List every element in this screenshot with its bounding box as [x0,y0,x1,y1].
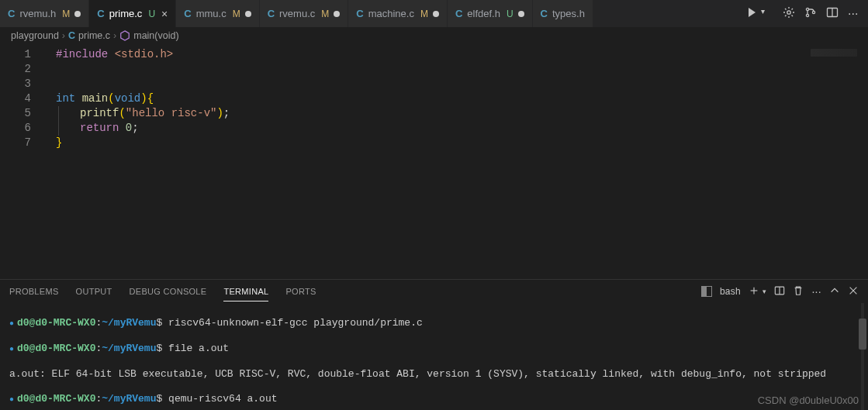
tab-label: types.h [552,8,585,19]
minimap[interactable] [811,49,857,57]
c-file-icon: C [455,8,462,19]
terminal-content[interactable]: ●d0@d0-MRC-WX0:~/myRVemu$ riscv64-unknow… [0,303,868,410]
prompt-marker-icon: ● [9,395,14,404]
terminal-shell-label[interactable]: bash [720,286,741,297]
git-status-badge: M [321,9,329,19]
watermark: CSDN @d0ubleU0x00 [758,394,859,407]
svg-point-0 [787,10,790,13]
tab-debug-console[interactable]: DEBUG CONSOLE [130,282,207,301]
breadcrumb[interactable]: playground › C prime.c › main(void) [0,27,868,44]
tab-machine-c[interactable]: C machine.c M [348,0,448,27]
c-file-icon: C [68,30,75,41]
line-number: 7 [0,136,31,150]
panel-tab-bar: PROBLEMS OUTPUT DEBUG CONSOLE TERMINAL P… [0,280,868,303]
line-number: 5 [0,106,31,121]
c-file-icon: C [184,8,191,19]
tab-label: machine.c [368,8,414,19]
line-number: 6 [0,121,31,136]
editor-tab-bar: C rvemu.h M C prime.c U × C mmu.c M C rv… [0,0,868,27]
git-status-badge: M [420,9,428,19]
c-file-icon: C [356,8,363,19]
tab-label: rvemu.h [19,8,56,19]
tab-output[interactable]: OUTPUT [76,282,112,301]
tab-types-h[interactable]: C types.h [533,0,593,27]
breadcrumb-folder[interactable]: playground [11,30,59,41]
terminal-toolbar: bash ▾ ··· [701,285,859,298]
modified-dot-icon [74,11,81,17]
line-number: 3 [0,77,31,91]
git-status-badge: M [233,9,240,19]
more-actions-icon[interactable]: ··· [811,286,821,297]
bottom-panel: PROBLEMS OUTPUT DEBUG CONSOLE TERMINAL P… [0,279,868,410]
code-editor[interactable]: 1 2 3 4 5 6 7 #include <stdio.h> int mai… [0,44,868,279]
editor-toolbar: ▾ ··· [738,0,868,27]
tab-prime-c[interactable]: C prime.c U × [89,0,176,27]
terminal-output: a.out: ELF 64-bit LSB executable, UCB RI… [9,368,859,381]
terminal-profile-icon[interactable] [701,286,712,297]
more-actions-icon[interactable]: ··· [848,8,860,20]
c-file-icon: C [97,8,104,19]
tab-label: mmu.c [196,8,227,19]
c-file-icon: C [268,8,275,19]
code-content[interactable]: #include <stdio.h> int main(void){printf… [43,44,868,150]
close-panel-icon[interactable] [848,285,859,298]
tab-ports[interactable]: PORTS [285,282,316,301]
tab-problems[interactable]: PROBLEMS [9,282,59,301]
terminal-line: ●d0@d0-MRC-WX0:~/myRVemu$ qemu-riscv64 a… [9,393,859,406]
modified-dot-icon [245,11,251,17]
breadcrumb-file[interactable]: prime.c [78,30,110,41]
run-dropdown[interactable]: ▾ [761,8,773,20]
modified-dot-icon [433,11,439,17]
close-tab-icon[interactable]: × [161,8,168,20]
tab-rvemu-h[interactable]: C rvemu.h M [0,0,89,27]
symbol-method-icon [119,30,130,42]
tab-terminal[interactable]: TERMINAL [223,282,268,301]
svg-point-2 [806,14,808,16]
maximize-panel-icon[interactable] [829,285,840,298]
git-status-badge: U [148,9,155,19]
c-file-icon: C [541,8,548,19]
chevron-right-icon: › [113,30,116,41]
prompt-marker-icon: ● [9,345,14,353]
line-number-gutter: 1 2 3 4 5 6 7 [0,44,43,150]
tab-mmu-c[interactable]: C mmu.c M [176,0,259,27]
run-button[interactable] [745,6,758,22]
modified-dot-icon [334,11,340,17]
tab-rvemu-c[interactable]: C rvemu.c M [260,0,349,27]
new-terminal-button[interactable] [749,285,759,298]
modified-dot-icon [518,11,524,17]
line-number: 1 [0,47,31,62]
tabbar-spacer [593,0,738,27]
prompt-marker-icon: ● [9,319,14,328]
split-editor-icon[interactable] [826,6,839,22]
tab-label: rvemu.c [279,8,315,19]
c-file-icon: C [8,8,15,19]
svg-point-1 [806,8,808,10]
gear-icon[interactable] [783,6,795,22]
source-control-compare-icon[interactable] [804,6,817,22]
line-number: 2 [0,62,31,77]
terminal-scrollbar[interactable] [859,303,866,410]
tab-elfdef-h[interactable]: C elfdef.h U [448,0,533,27]
line-number: 4 [0,91,31,106]
git-status-badge: M [62,9,70,19]
breadcrumb-symbol[interactable]: main(void) [133,30,178,41]
terminal-line: ●d0@d0-MRC-WX0:~/myRVemu$ file a.out [9,343,859,356]
git-status-badge: U [507,9,514,19]
tab-label: prime.c [109,8,143,19]
kill-terminal-icon[interactable] [793,285,804,298]
tab-label: elfdef.h [467,8,500,19]
terminal-dropdown[interactable]: ▾ [763,288,766,295]
chevron-right-icon: › [62,30,65,41]
terminal-line: ●d0@d0-MRC-WX0:~/myRVemu$ riscv64-unknow… [9,317,859,330]
split-terminal-icon[interactable] [774,285,785,298]
